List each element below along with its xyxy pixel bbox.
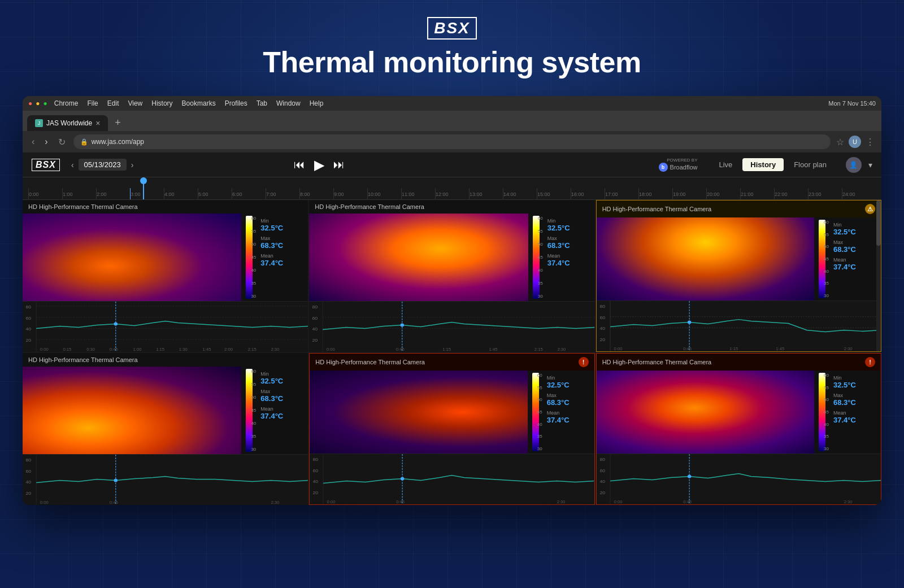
broadflow-logo-icon: b: [659, 163, 668, 172]
tick-20: 20:00: [706, 188, 740, 199]
svg-point-10: [114, 323, 118, 326]
menu-bookmarks[interactable]: Bookmarks: [182, 99, 216, 107]
svg-text:2:00: 2:00: [224, 347, 233, 352]
menu-view[interactable]: View: [128, 99, 142, 107]
svg-point-45: [688, 321, 692, 324]
header-area: BSX Thermal monitoring system: [0, 0, 904, 90]
scrollbar-thumb[interactable]: [876, 201, 881, 246]
tab-floor-plan[interactable]: Floor plan: [786, 158, 835, 171]
svg-point-77: [688, 475, 692, 478]
tick-10: 10:00: [367, 188, 401, 199]
timeline[interactable]: 0:00 1:00 2:00 3:00 4:00 5:00 6:00 7:00 …: [23, 177, 881, 200]
app-toolbar: BSX ‹ 05/13/2023 › ⏮ ▶ ⏭ POWERED BY b Br…: [23, 153, 881, 177]
new-tab-button[interactable]: +: [110, 115, 125, 131]
powered-by-section: POWERED BY b Broadflow: [659, 158, 698, 172]
mac-right-icons: Mon 7 Nov 15:40: [828, 100, 876, 107]
skip-forward-button[interactable]: ⏭: [333, 158, 345, 171]
camera-6-temp-readings: Min 32.5°C Max 68.3°C Mean 37.4°C: [830, 371, 881, 454]
scale-labels: 60 55 50 45 40 35 30: [241, 214, 257, 301]
tab-live[interactable]: Live: [711, 158, 741, 171]
scrollbar-track[interactable]: [876, 201, 881, 351]
svg-text:40: 40: [599, 479, 605, 484]
browser-tab-active[interactable]: J JAS Worldwide ×: [27, 115, 108, 131]
svg-text:0:00: 0:00: [40, 500, 49, 505]
menu-history[interactable]: History: [151, 99, 172, 107]
camera-1-chart: 80 60 40 20 0:00 0:15 0:30 0:45: [23, 301, 308, 352]
svg-text:2:30: 2:30: [558, 347, 566, 352]
tab-history[interactable]: History: [742, 158, 784, 171]
menu-edit[interactable]: Edit: [107, 99, 119, 107]
svg-text:80: 80: [313, 456, 319, 461]
tick-24: 24:00: [842, 188, 876, 199]
camera-3-color-scale: 60 55 50 45 40 35 30: [814, 217, 830, 300]
svg-text:0:45: 0:45: [397, 499, 405, 504]
timeline-cursor[interactable]: [143, 177, 144, 199]
camera-1-title: HD High-Performance Thermal Camera: [28, 203, 138, 210]
menu-help[interactable]: Help: [310, 99, 324, 107]
temp-mean-row: Mean 37.4°C: [260, 253, 305, 267]
url-bar[interactable]: 🔒 www.jas.com/app: [73, 134, 831, 149]
camera-3-thermal-view: 60 55 50 45 40 35 30 Min 32.5°C: [597, 217, 881, 300]
svg-text:0:45: 0:45: [110, 500, 118, 505]
tick-8: 8:00: [299, 188, 333, 199]
date-prev-button[interactable]: ‹: [71, 160, 74, 169]
svg-text:1:00: 1:00: [133, 347, 142, 352]
tick-4: 4:00: [164, 188, 198, 199]
svg-text:0:15: 0:15: [63, 347, 71, 352]
svg-text:80: 80: [25, 304, 31, 309]
camera-panel-3: HD High-Performance Thermal Camera ⚠ 60 …: [596, 200, 881, 352]
svg-text:0:45: 0:45: [683, 346, 692, 351]
camera-2-color-scale: 60 55 50 45 40 35 30: [528, 214, 544, 301]
svg-text:80: 80: [599, 456, 605, 461]
alert-icon-5: !: [579, 357, 589, 367]
svg-point-30: [401, 324, 405, 327]
svg-text:60: 60: [599, 468, 605, 473]
tab-title: JAS Worldwide: [46, 119, 92, 127]
skip-back-button[interactable]: ⏮: [294, 158, 305, 171]
camera-6-thermal-view: 60 55 50 45 40 35 30 Min 32.5°C: [597, 371, 881, 454]
nav-back-button[interactable]: ‹: [29, 136, 37, 148]
menu-file[interactable]: File: [87, 99, 98, 107]
menu-window[interactable]: Window: [276, 99, 301, 107]
svg-text:0:45: 0:45: [683, 499, 692, 504]
tick-1: 1:00: [62, 188, 96, 199]
bookmark-icon[interactable]: ☆: [836, 137, 844, 147]
svg-text:80: 80: [312, 304, 318, 309]
timeline-ticks: 0:00 1:00 2:00 3:00 4:00 5:00 6:00 7:00 …: [23, 177, 881, 199]
camera-2-thermal-view: 60 55 50 45 40 35 30 Min 32.5°C: [309, 214, 594, 301]
svg-text:40: 40: [312, 326, 318, 332]
svg-point-57: [114, 479, 118, 482]
play-pause-button[interactable]: ▶: [314, 157, 324, 173]
temp-min-row: Min 32.5°C: [260, 218, 305, 232]
menu-chrome[interactable]: Chrome: [54, 99, 79, 107]
camera-4-temp-readings: Min 32.5°C Max 68.3°C Mean 37.4°C: [257, 367, 308, 454]
user-menu-chevron[interactable]: ▾: [868, 160, 872, 169]
camera-3-image: [597, 217, 814, 300]
menu-tab[interactable]: Tab: [257, 99, 267, 107]
temp-max-value: 68.3°C: [260, 241, 305, 250]
tick-0: 0:00: [28, 188, 62, 199]
camera-panel-5: HD High-Performance Thermal Camera ! 60 …: [309, 353, 594, 505]
user-avatar[interactable]: 👤: [846, 157, 862, 173]
svg-text:60: 60: [313, 468, 319, 473]
camera-1-temp-readings: Min 32.5°C Max 68.3°C Mean 37.4°C: [257, 214, 308, 301]
camera-5-chart: 80 60 40 20 0:00 0:45 2:30: [310, 454, 594, 504]
svg-text:0:00: 0:00: [327, 499, 336, 504]
date-next-button[interactable]: ›: [131, 160, 134, 169]
svg-text:2:30: 2:30: [844, 499, 852, 504]
extensions-icon[interactable]: ⋮: [866, 137, 875, 147]
tick-14: 14:00: [503, 188, 537, 199]
powered-by-label: POWERED BY: [667, 158, 697, 163]
camera-5-header: HD High-Performance Thermal Camera !: [310, 354, 594, 371]
tab-close-button[interactable]: ×: [95, 119, 100, 128]
url-lock-icon: 🔒: [80, 138, 88, 146]
svg-text:2:30: 2:30: [271, 347, 279, 352]
nav-forward-button[interactable]: ›: [42, 136, 50, 148]
nav-refresh-button[interactable]: ↻: [56, 136, 68, 149]
menu-profiles[interactable]: Profiles: [225, 99, 247, 107]
svg-text:20: 20: [599, 337, 605, 342]
tick-18: 18:00: [638, 188, 672, 199]
tick-16: 16:00: [571, 188, 605, 199]
profile-icon[interactable]: U: [849, 136, 861, 148]
camera-3-chart: 80 60 40 20 0:00 0:45 1:15 1:45 2:30: [597, 300, 881, 351]
